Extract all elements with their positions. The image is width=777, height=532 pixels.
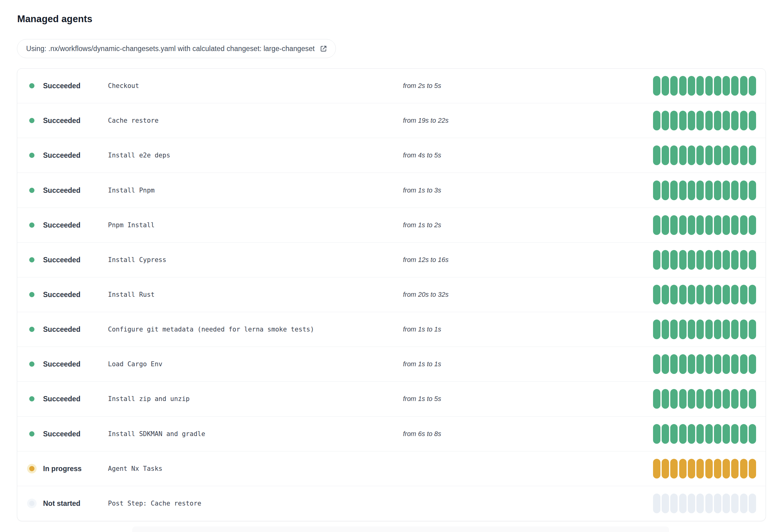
agent-bar-segment[interactable]: [714, 494, 721, 513]
agent-bar-segment[interactable]: [705, 76, 713, 96]
agent-bar-segment[interactable]: [662, 215, 669, 235]
agent-bar-segment[interactable]: [723, 76, 730, 96]
agent-bar-segment[interactable]: [714, 459, 721, 479]
agent-bar-segment[interactable]: [714, 111, 721, 130]
agent-bar-segment[interactable]: [705, 180, 713, 200]
agent-bar-segment[interactable]: [688, 459, 695, 479]
agent-bar-segment[interactable]: [653, 250, 660, 270]
agent-bar-segment[interactable]: [688, 215, 695, 235]
agent-bar-segment[interactable]: [731, 76, 739, 96]
agent-bar-segment[interactable]: [696, 354, 704, 374]
agent-bar-segment[interactable]: [740, 180, 748, 200]
agent-bar-segment[interactable]: [749, 424, 756, 444]
agent-bars[interactable]: [653, 459, 756, 479]
agent-bar-segment[interactable]: [696, 319, 704, 339]
agent-bar-segment[interactable]: [670, 319, 678, 339]
agent-bar-segment[interactable]: [731, 319, 739, 339]
agent-bar-segment[interactable]: [662, 494, 669, 513]
agent-bar-segment[interactable]: [688, 494, 695, 513]
agent-bar-segment[interactable]: [653, 285, 660, 304]
agent-bar-segment[interactable]: [714, 424, 721, 444]
agent-bar-segment[interactable]: [714, 215, 721, 235]
agent-bar-segment[interactable]: [653, 215, 660, 235]
agent-bar-segment[interactable]: [662, 354, 669, 374]
agent-bar-segment[interactable]: [696, 494, 704, 513]
agent-bar-segment[interactable]: [705, 319, 713, 339]
agent-bar-segment[interactable]: [662, 111, 669, 130]
agent-bar-segment[interactable]: [749, 494, 756, 513]
agent-bar-segment[interactable]: [670, 250, 678, 270]
agent-bar-segment[interactable]: [662, 180, 669, 200]
agent-bar-segment[interactable]: [653, 424, 660, 444]
agent-bar-segment[interactable]: [705, 250, 713, 270]
agent-bar-segment[interactable]: [723, 145, 730, 165]
agent-bar-segment[interactable]: [688, 389, 695, 409]
agent-bar-segment[interactable]: [749, 389, 756, 409]
agent-bar-segment[interactable]: [670, 180, 678, 200]
agent-bar-segment[interactable]: [688, 285, 695, 304]
agent-bar-segment[interactable]: [679, 180, 687, 200]
agent-bars[interactable]: [653, 319, 756, 339]
agent-bar-segment[interactable]: [688, 111, 695, 130]
agent-bar-segment[interactable]: [696, 250, 704, 270]
agent-bar-segment[interactable]: [705, 354, 713, 374]
agent-bar-segment[interactable]: [723, 180, 730, 200]
agent-bar-segment[interactable]: [740, 285, 748, 304]
agent-bar-segment[interactable]: [653, 76, 660, 96]
agent-bar-segment[interactable]: [749, 180, 756, 200]
agent-bar-segment[interactable]: [723, 250, 730, 270]
agent-bar-segment[interactable]: [653, 459, 660, 479]
agent-bar-segment[interactable]: [653, 354, 660, 374]
agent-bar-segment[interactable]: [740, 250, 748, 270]
agent-bar-segment[interactable]: [705, 389, 713, 409]
agent-bar-segment[interactable]: [670, 76, 678, 96]
agent-bar-segment[interactable]: [653, 145, 660, 165]
agent-bar-segment[interactable]: [731, 354, 739, 374]
agent-bar-segment[interactable]: [723, 215, 730, 235]
agent-bars[interactable]: [653, 180, 756, 200]
agent-bars[interactable]: [653, 145, 756, 165]
agent-bar-segment[interactable]: [696, 215, 704, 235]
agent-bar-segment[interactable]: [705, 494, 713, 513]
agent-bar-segment[interactable]: [679, 424, 687, 444]
agent-bar-segment[interactable]: [653, 111, 660, 130]
agent-step-row[interactable]: Succeeded Install SDKMAN and gradle from…: [17, 417, 766, 451]
agent-step-row[interactable]: Succeeded Install Cypress from 12s to 16…: [17, 243, 766, 277]
agent-bar-segment[interactable]: [679, 285, 687, 304]
agent-step-row[interactable]: Succeeded Pnpm Install from 1s to 2s: [17, 208, 766, 243]
agent-bar-segment[interactable]: [723, 285, 730, 304]
agent-step-row[interactable]: Succeeded Configure git metadata (needed…: [17, 312, 766, 347]
agent-bars[interactable]: [653, 111, 756, 130]
agent-bar-segment[interactable]: [723, 319, 730, 339]
agent-bar-segment[interactable]: [679, 76, 687, 96]
external-link-icon[interactable]: [319, 44, 328, 53]
agent-bar-segment[interactable]: [723, 354, 730, 374]
agent-bar-segment[interactable]: [670, 111, 678, 130]
agent-bar-segment[interactable]: [688, 424, 695, 444]
agent-bar-segment[interactable]: [731, 111, 739, 130]
agent-bar-segment[interactable]: [705, 285, 713, 304]
agent-bar-segment[interactable]: [696, 145, 704, 165]
agent-bar-segment[interactable]: [749, 145, 756, 165]
agent-bar-segment[interactable]: [749, 354, 756, 374]
agent-bar-segment[interactable]: [714, 180, 721, 200]
agent-bar-segment[interactable]: [679, 459, 687, 479]
agent-bar-segment[interactable]: [688, 354, 695, 374]
agent-bar-segment[interactable]: [670, 389, 678, 409]
agent-bar-segment[interactable]: [679, 319, 687, 339]
agent-bars[interactable]: [653, 250, 756, 270]
agent-bar-segment[interactable]: [749, 250, 756, 270]
agent-bar-segment[interactable]: [662, 389, 669, 409]
agent-bar-segment[interactable]: [662, 424, 669, 444]
agent-step-row[interactable]: In progress Agent Nx Tasks: [17, 451, 766, 486]
agent-bar-segment[interactable]: [740, 389, 748, 409]
agent-bar-segment[interactable]: [731, 250, 739, 270]
agent-bars[interactable]: [653, 354, 756, 374]
agent-bar-segment[interactable]: [670, 354, 678, 374]
agent-bar-segment[interactable]: [740, 319, 748, 339]
agent-bar-segment[interactable]: [740, 145, 748, 165]
agent-bar-segment[interactable]: [740, 354, 748, 374]
agent-step-row[interactable]: Succeeded Install e2e deps from 4s to 5s: [17, 138, 766, 173]
agent-step-row[interactable]: Succeeded Load Cargo Env from 1s to 1s: [17, 347, 766, 382]
agent-bar-segment[interactable]: [662, 319, 669, 339]
